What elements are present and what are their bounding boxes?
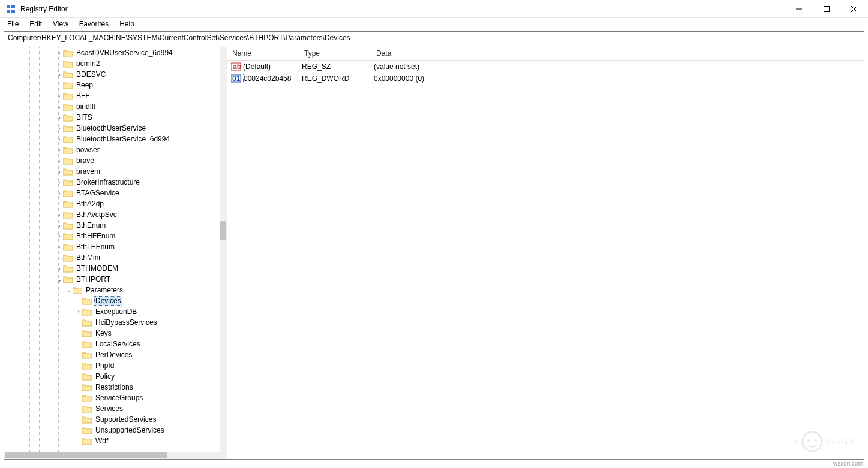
values-list[interactable]: (Default)REG_SZ(value not set)00024c02b4… (227, 61, 864, 84)
chevron-right-icon[interactable]: › (56, 136, 63, 143)
tree-guide-line (20, 47, 20, 452)
tree-item[interactable]: Keys (4, 328, 220, 339)
tree-item[interactable]: ›brave (4, 155, 220, 166)
chevron-right-icon[interactable]: › (56, 222, 63, 229)
value-data: (value not set) (371, 62, 539, 71)
values-pane: Name Type Data (Default)REG_SZ(value not… (227, 47, 864, 459)
tree-item-label: ServiceGroups (94, 394, 144, 402)
menu-help[interactable]: Help (115, 19, 139, 29)
tree-item[interactable]: ›BTHMODEM (4, 263, 220, 274)
value-row[interactable]: (Default)REG_SZ(value not set) (227, 61, 864, 73)
tree-item[interactable]: ›BITS (4, 112, 220, 123)
tree-item[interactable]: SupportedServices (4, 414, 220, 425)
chevron-right-icon[interactable]: › (56, 190, 63, 197)
address-bar[interactable]: Computer\HKEY_LOCAL_MACHINE\SYSTEM\Curre… (4, 31, 864, 44)
tree-item[interactable]: ›BthEnum (4, 220, 220, 231)
tree-item[interactable]: ›BcastDVRUserService_6d994 (4, 47, 220, 58)
tree-item[interactable]: Services (4, 403, 220, 414)
value-name: (Default) (243, 62, 299, 71)
tree-item[interactable]: ›BFE (4, 90, 220, 101)
chevron-right-icon[interactable]: › (56, 125, 63, 132)
tree-item[interactable]: ›BluetoothUserService_6d994 (4, 134, 220, 144)
tree-item[interactable]: ⌄Parameters (4, 285, 220, 295)
menu-view[interactable]: View (48, 19, 73, 29)
tree-item[interactable]: ›BthHFEnum (4, 231, 220, 241)
minimize-button[interactable] (785, 0, 813, 17)
chevron-down-icon[interactable]: ⌄ (65, 287, 73, 294)
folder-icon (63, 200, 73, 208)
chevron-right-icon[interactable]: › (56, 71, 63, 78)
tree-item[interactable]: PerDevices (4, 349, 220, 360)
tree-item[interactable]: BthMini (4, 252, 220, 263)
chevron-right-icon[interactable]: › (56, 233, 63, 240)
folder-icon (63, 49, 73, 57)
tree-item[interactable]: Devices (4, 295, 220, 306)
tree-item-label: brave (75, 156, 95, 165)
tree-item[interactable]: ›bindflt (4, 101, 220, 112)
chevron-right-icon[interactable]: › (56, 147, 63, 153)
chevron-right-icon[interactable]: › (75, 309, 82, 315)
chevron-right-icon[interactable]: › (56, 114, 63, 121)
folder-icon (82, 437, 92, 445)
tree-item[interactable]: Policy (4, 371, 220, 382)
tree-item[interactable]: UnsupportedServices (4, 425, 220, 436)
tree-item[interactable]: ServiceGroups (4, 392, 220, 403)
tree-guide-line (39, 47, 40, 452)
tree-item[interactable]: ›BthAvctpSvc (4, 209, 220, 220)
tree-item[interactable]: PnpId (4, 360, 220, 371)
folder-icon (82, 383, 92, 391)
tree-guide-line (49, 47, 49, 452)
column-data[interactable]: Data (371, 47, 539, 60)
menu-edit[interactable]: Edit (25, 19, 47, 29)
column-name[interactable]: Name (227, 47, 299, 60)
chevron-right-icon[interactable]: › (56, 212, 63, 218)
chevron-right-icon[interactable]: › (56, 158, 63, 164)
tree-guide-line (58, 47, 59, 452)
registry-tree[interactable]: ›BcastDVRUserService_6d994bcmfn2›BDESVCB… (4, 47, 220, 452)
chevron-right-icon[interactable]: › (56, 168, 63, 175)
folder-icon (63, 189, 73, 197)
maximize-button[interactable] (813, 0, 840, 17)
tree-item[interactable]: ›BDESVC (4, 69, 220, 80)
tree-item[interactable]: ›bowser (4, 144, 220, 155)
folder-icon (82, 426, 92, 434)
tree-item-label: Parameters (85, 286, 124, 294)
values-header[interactable]: Name Type Data (227, 47, 864, 61)
chevron-right-icon[interactable]: › (56, 179, 63, 186)
tree-item[interactable]: bcmfn2 (4, 58, 220, 69)
folder-icon (63, 59, 73, 68)
chevron-right-icon[interactable]: › (56, 104, 63, 110)
tree-item[interactable]: Restrictions (4, 382, 220, 392)
tree-item[interactable]: Beep (4, 80, 220, 90)
chevron-right-icon[interactable]: › (56, 93, 63, 99)
column-type[interactable]: Type (299, 47, 371, 60)
tree-item[interactable]: ›ExceptionDB (4, 306, 220, 317)
menu-favorites[interactable]: Favorites (74, 19, 113, 29)
chevron-right-icon[interactable]: › (56, 50, 63, 56)
chevron-down-icon[interactable]: ⌄ (56, 276, 63, 283)
tree-item[interactable]: HciBypassServices (4, 317, 220, 328)
tree-item[interactable]: ⌄BTHPORT (4, 274, 220, 285)
tree-item-label: LocalServices (94, 340, 142, 348)
tree-item[interactable]: ›BthLEEnum (4, 241, 220, 252)
tree-item[interactable]: ›BrokerInfrastructure (4, 177, 220, 188)
value-name: 00024c02b458 (243, 74, 299, 83)
folder-icon (63, 275, 73, 283)
tree-item-label: ExceptionDB (94, 307, 138, 316)
tree-vertical-scrollbar[interactable] (220, 47, 227, 452)
tree-item[interactable]: ›BTAGService (4, 188, 220, 198)
tree-item[interactable]: LocalServices (4, 339, 220, 349)
svg-point-10 (815, 439, 817, 442)
tree-item-label: BthMini (75, 253, 101, 262)
chevron-right-icon[interactable]: › (56, 265, 63, 272)
menu-file[interactable]: File (2, 19, 23, 29)
tree-item[interactable]: ›bravem (4, 166, 220, 177)
chevron-right-icon[interactable]: › (56, 244, 63, 250)
close-button[interactable] (840, 0, 868, 17)
tree-item[interactable]: ›BluetoothUserService (4, 123, 220, 134)
tree-item[interactable]: Wdf (4, 436, 220, 446)
tree-item[interactable]: BthA2dp (4, 198, 220, 209)
value-row[interactable]: 00024c02b458REG_DWORD0x00000000 (0) (227, 73, 864, 84)
footer-url: wsxdn.com (833, 460, 863, 467)
tree-horizontal-scrollbar[interactable] (4, 452, 220, 459)
